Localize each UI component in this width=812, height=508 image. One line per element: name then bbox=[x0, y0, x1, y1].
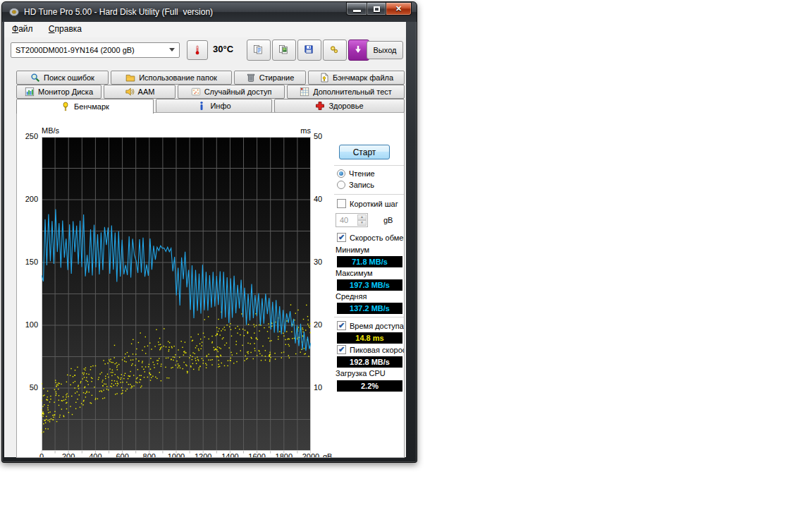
y-right-tick-label: 40 bbox=[314, 195, 322, 203]
read-radio[interactable]: Чтение bbox=[337, 169, 375, 178]
cpu-usage-label: Загрузка CPU bbox=[336, 369, 386, 377]
x-tick-label: 1200 bbox=[191, 452, 215, 458]
y-right-tick-label: 30 bbox=[314, 258, 322, 266]
short-stride-checkbox[interactable]: Короткий шаг bbox=[337, 199, 398, 208]
x-tick-label: 400 bbox=[83, 452, 107, 458]
x-tick-label: 1400 bbox=[218, 452, 242, 458]
exit-button[interactable]: Выход bbox=[367, 41, 403, 59]
y-right-tick-label: 50 bbox=[314, 132, 322, 140]
dots-icon bbox=[191, 87, 201, 97]
menu-file[interactable]: Файл bbox=[6, 22, 39, 36]
stepper-arrows[interactable]: ▲▼ bbox=[357, 214, 367, 226]
speaker-icon bbox=[125, 87, 135, 97]
search-icon bbox=[30, 73, 40, 83]
x-tick-label: 600 bbox=[111, 452, 135, 458]
stride-unit-label: gB bbox=[383, 216, 393, 224]
y-right-tick-label: 20 bbox=[314, 320, 322, 329]
chevron-down-icon bbox=[169, 48, 175, 52]
folder-icon bbox=[125, 73, 135, 83]
drive-select[interactable]: ST2000DM001-9YN164 (2000 gB) bbox=[11, 42, 180, 58]
max-value-box: 197.3 MB/s bbox=[337, 279, 402, 291]
divider bbox=[334, 194, 405, 195]
tab-folder-usage[interactable]: Использование папок bbox=[111, 71, 232, 85]
radio-selected-icon bbox=[337, 169, 345, 178]
thermometer-icon bbox=[192, 45, 202, 55]
options-button[interactable] bbox=[323, 40, 347, 61]
menu-bar: Файл Справка bbox=[4, 22, 406, 37]
burst-rate-checkbox[interactable]: ✔ Пиковая скорос bbox=[337, 345, 405, 354]
x-tick-label: 0 bbox=[30, 452, 54, 458]
max-label: Максимум bbox=[336, 269, 373, 277]
access-time-value-box: 14.8 ms bbox=[337, 332, 402, 344]
y-left-tick-label: 200 bbox=[18, 195, 38, 203]
x-tick-label: 1600 bbox=[245, 452, 269, 458]
info-icon bbox=[197, 101, 207, 111]
minimize-button[interactable] bbox=[346, 2, 367, 16]
app-icon bbox=[8, 6, 20, 18]
options-icon bbox=[329, 44, 340, 56]
tab-info[interactable]: Инфо bbox=[156, 99, 272, 113]
save-icon bbox=[304, 44, 315, 56]
benchmark-page: MB/s ms gB Старт Чтение Запись Короткий … bbox=[16, 112, 405, 458]
maximize-button[interactable] bbox=[367, 2, 386, 16]
y-left-tick-label: 50 bbox=[18, 383, 38, 392]
tab-erase[interactable]: Стирание bbox=[234, 71, 306, 85]
copy-text-icon bbox=[253, 44, 264, 56]
stride-stepper[interactable]: 40 ▲▼ bbox=[336, 213, 368, 227]
burst-rate-value-box: 192.8 MB/s bbox=[337, 356, 402, 368]
copy-image-icon bbox=[278, 44, 290, 56]
min-value-box: 71.8 MB/s bbox=[337, 256, 402, 267]
copy-image-button[interactable] bbox=[272, 40, 296, 61]
copy-text-button[interactable] bbox=[247, 40, 271, 61]
y-left-tick-label: 250 bbox=[18, 132, 38, 140]
tab-aam[interactable]: AAM bbox=[104, 85, 176, 99]
avg-value-box: 137.2 MB/s bbox=[337, 303, 402, 314]
close-button[interactable]: ✕ bbox=[386, 2, 412, 16]
title-bar[interactable]: HD Tune Pro 5.00 - Hard Disk Utility (Fu… bbox=[2, 2, 417, 22]
x-tick-label: 800 bbox=[137, 452, 161, 458]
health-icon bbox=[315, 101, 325, 111]
grid-icon bbox=[300, 87, 309, 97]
app-window: HD Tune Pro 5.00 - Hard Disk Utility (Fu… bbox=[1, 1, 417, 463]
cpu-usage-value-box: 2.2% bbox=[337, 380, 402, 392]
divider bbox=[334, 317, 405, 318]
chart-icon bbox=[25, 87, 35, 97]
benchmark-chart bbox=[42, 137, 311, 455]
min-label: Минимум bbox=[336, 246, 369, 254]
maximize-icon bbox=[374, 6, 380, 12]
benchmark-icon bbox=[61, 102, 70, 111]
access-time-checkbox[interactable]: ✔ Время доступа bbox=[337, 321, 404, 330]
tab-random-access[interactable]: Случайный доступ bbox=[178, 85, 285, 99]
minimize-icon bbox=[353, 10, 361, 12]
y-left-tick-label: 150 bbox=[18, 258, 38, 266]
close-icon: ✕ bbox=[395, 4, 402, 13]
tab-health[interactable]: Здоровье bbox=[274, 99, 405, 113]
x-axis-unit: gB bbox=[323, 452, 332, 458]
save-button[interactable] bbox=[297, 40, 321, 61]
divider bbox=[334, 165, 405, 166]
y-right-tick-label: 10 bbox=[314, 383, 322, 392]
radio-icon bbox=[337, 181, 345, 189]
tab-disk-monitor[interactable]: Монитор Диска bbox=[16, 85, 102, 99]
tab-error-scan[interactable]: Поиск ошибок bbox=[16, 71, 109, 85]
tab-file-benchmark[interactable]: Бэнчмарк файла bbox=[308, 71, 405, 85]
x-tick-label: 1800 bbox=[272, 452, 296, 458]
checkbox-icon bbox=[337, 199, 346, 208]
menu-help[interactable]: Справка bbox=[43, 22, 87, 36]
y-left-tick-label: 100 bbox=[18, 320, 38, 329]
tab-extra-tests[interactable]: Дополнительный тест bbox=[287, 85, 405, 99]
window-title: HD Tune Pro 5.00 - Hard Disk Utility (Fu… bbox=[24, 7, 213, 17]
temperature-value: 30°C bbox=[213, 44, 233, 54]
chart-svg bbox=[42, 137, 311, 455]
y-left-axis-title: MB/s bbox=[42, 126, 59, 135]
x-tick-label: 1000 bbox=[164, 452, 188, 458]
transfer-speed-checkbox[interactable]: ✔ Скорость обмен bbox=[337, 233, 405, 242]
drive-select-value: ST2000DM001-9YN164 (2000 gB) bbox=[16, 46, 135, 54]
tab-benchmark[interactable]: Бенчмарк bbox=[16, 99, 154, 114]
write-radio[interactable]: Запись bbox=[337, 181, 374, 189]
checkbox-checked-icon: ✔ bbox=[337, 233, 346, 242]
trash-icon bbox=[246, 73, 256, 83]
temperature-button[interactable] bbox=[187, 40, 208, 60]
start-button[interactable]: Старт bbox=[339, 145, 390, 159]
download-icon bbox=[353, 44, 364, 56]
